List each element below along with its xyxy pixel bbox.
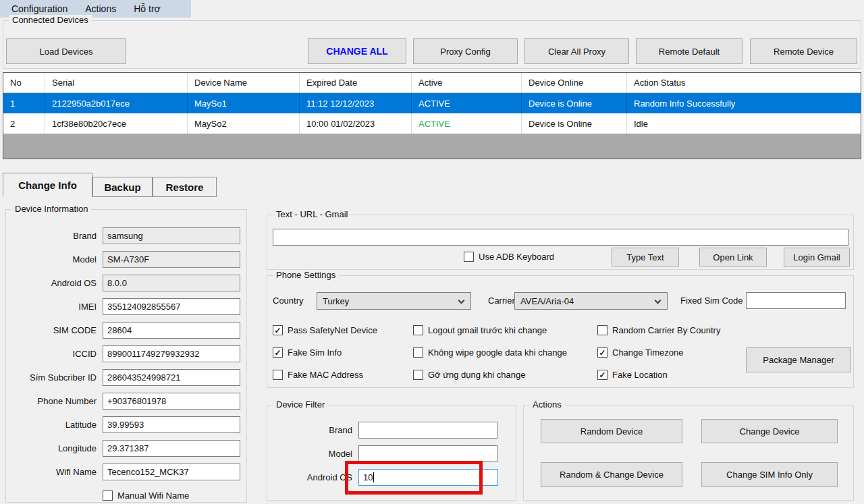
input-phone-number[interactable]: +90376801978	[103, 393, 240, 410]
open-link-button[interactable]: Open Link	[699, 248, 767, 267]
device-filter-group: Device Filter Brand Model Android OS 10	[267, 405, 516, 501]
input-latitude[interactable]: 39.99593	[103, 416, 240, 433]
value-android-os: 8.0.0	[107, 278, 127, 288]
random-and-change-device-button[interactable]: Random & Change Device	[541, 462, 682, 487]
input-wifi-name[interactable]: Tecenco152_MCK37	[103, 464, 240, 480]
checkbox-label: Không wipe google data khi change	[428, 347, 567, 358]
text-url-gmail-input[interactable]	[273, 229, 848, 246]
value-wifi-name: Tecenco152_MCK37	[107, 467, 189, 477]
proxy-config-button[interactable]: Proxy Config	[413, 38, 518, 64]
cell-active: ACTIVE	[412, 113, 522, 134]
input-sim-subcriber-id[interactable]: 286043524998721	[103, 369, 240, 386]
tab-change-info[interactable]: Change Info	[3, 173, 92, 197]
label-wifi-name: Wifi Name	[6, 467, 97, 477]
value-model: SM-A730F	[107, 254, 149, 264]
column-header-serial[interactable]: Serial	[45, 73, 188, 93]
checkbox-label: Logout gmail trước khi change	[428, 325, 547, 335]
checkbox-random-carrier-by-country[interactable]: Random Carrier By Country	[597, 325, 720, 336]
value-longitude: 29.371387	[107, 443, 148, 453]
devices-table: No Serial Device Name Expired Date Activ…	[3, 72, 861, 159]
connected-devices-title: Connected Devices	[9, 15, 92, 25]
input-iccid[interactable]: 8990011749279932932	[103, 345, 240, 362]
column-header-device-online[interactable]: Device Online	[522, 73, 627, 93]
checkbox-box	[273, 325, 283, 335]
cell-expired-date: 10:00 01/02/2023	[300, 113, 412, 134]
country-value: Turkey	[323, 296, 349, 306]
label-filter-android-os: Android OS	[267, 472, 352, 482]
column-header-no[interactable]: No	[3, 73, 45, 93]
label-sim-code: SIM CODE	[6, 325, 97, 335]
change-device-button[interactable]: Change Device	[701, 419, 838, 443]
cell-device-online: Device is Online	[522, 113, 627, 134]
filter-brand-input[interactable]	[358, 422, 497, 439]
column-header-action-status[interactable]: Action Status	[627, 73, 861, 93]
connected-devices-group: Connected Devices Load Devices CHANGE AL…	[3, 20, 861, 69]
menu-ho-tro[interactable]: Hỗ trợ	[125, 1, 169, 16]
checkbox-fake-sim-info[interactable]: Fake Sim Info	[273, 347, 342, 358]
label-fixed-sim-code: Fixed Sim Code	[680, 292, 742, 310]
checkbox-label: Gỡ ứng dụng khi change	[428, 370, 525, 380]
checkbox-khong-wipe-google-data[interactable]: Không wipe google data khi change	[413, 347, 567, 358]
checkbox-label: Random Carrier By Country	[612, 325, 720, 335]
input-longitude[interactable]: 29.371387	[103, 440, 240, 457]
value-latitude: 39.99593	[107, 420, 144, 430]
checkbox-fake-mac-address[interactable]: Fake MAC Address	[273, 369, 363, 381]
load-devices-button[interactable]: Load Devices	[6, 38, 126, 64]
value-iccid: 8990011749279932932	[107, 349, 199, 359]
menu-actions[interactable]: Actions	[76, 1, 125, 16]
table-header-row: No Serial Device Name Expired Date Activ…	[3, 73, 861, 93]
chevron-down-icon	[655, 298, 662, 304]
cell-device-online: Device is Online	[522, 93, 627, 113]
remote-default-button[interactable]: Remote Default	[636, 38, 742, 64]
menu-configuration[interactable]: Configuration	[3, 1, 76, 16]
table-row[interactable]: 1 2122950a2b017ece MaySo1 11:12 12/12/20…	[3, 93, 861, 113]
table-row[interactable]: 2 1cf38e80b20c7ece MaySo2 10:00 01/02/20…	[3, 113, 861, 134]
checkbox-box	[597, 370, 608, 380]
checkbox-box	[273, 370, 283, 380]
checkbox-box	[413, 370, 423, 380]
checkbox-change-timezone[interactable]: Change Timezone	[597, 347, 684, 358]
checkbox-manual-wifi-name[interactable]: Manual Wifi Name	[103, 490, 189, 501]
checkbox-fake-location[interactable]: Fake Location	[597, 369, 668, 381]
checkbox-pass-safetynet-device[interactable]: Pass SafetyNet Device	[273, 325, 377, 336]
checkbox-label: Use ADB Keyboard	[479, 252, 554, 262]
cell-action-status: Random Info Successfully	[627, 93, 861, 113]
input-model[interactable]: SM-A730F	[103, 251, 240, 268]
checkbox-label: Pass SafetyNet Device	[288, 325, 377, 335]
clear-all-proxy-button[interactable]: Clear All Proxy	[524, 38, 629, 64]
login-gmail-button[interactable]: Login Gmail	[784, 248, 850, 267]
input-android-os[interactable]: 8.0.0	[103, 275, 240, 291]
cell-expired-date: 11:12 12/12/2023	[300, 93, 412, 113]
change-sim-info-only-button[interactable]: Change SIM Info Only	[701, 462, 838, 487]
label-filter-brand: Brand	[267, 425, 352, 435]
package-manager-button[interactable]: Package Manager	[746, 347, 851, 372]
label-android-os: Android OS	[6, 278, 97, 288]
tab-restore[interactable]: Restore	[153, 177, 217, 197]
checkbox-go-ung-dung-khi-change[interactable]: Gỡ ứng dụng khi change	[413, 369, 525, 381]
type-text-button[interactable]: Type Text	[612, 248, 679, 267]
checkbox-box	[597, 325, 608, 335]
device-filter-title: Device Filter	[273, 399, 328, 410]
checkbox-logout-gmail-truoc-khi-change[interactable]: Logout gmail trước khi change	[413, 325, 547, 336]
tab-backup[interactable]: Backup	[92, 177, 153, 197]
column-header-device-name[interactable]: Device Name	[188, 73, 300, 93]
phone-settings-title: Phone Settings	[273, 270, 339, 280]
filter-model-input[interactable]	[358, 445, 497, 462]
label-phone-number: Phone Number	[6, 396, 97, 406]
fixed-sim-code-input[interactable]	[746, 292, 846, 309]
input-sim-code[interactable]: 28604	[103, 322, 240, 339]
label-sim-subcriber-id: Sím Subcriber ID	[6, 372, 97, 383]
country-dropdown[interactable]: Turkey	[317, 292, 471, 310]
checkbox-box	[597, 347, 608, 358]
filter-android-os-input[interactable]: 10	[358, 469, 498, 486]
column-header-expired-date[interactable]: Expired Date	[300, 73, 412, 93]
change-all-button[interactable]: CHANGE ALL	[308, 38, 406, 64]
random-device-button[interactable]: Random Device	[541, 419, 682, 443]
input-brand[interactable]: samsung	[103, 227, 240, 244]
value-sim-code: 28604	[107, 325, 132, 335]
column-header-active[interactable]: Active	[412, 73, 522, 93]
remote-device-button[interactable]: Remote Device	[750, 38, 857, 64]
input-imei[interactable]: 355124092855567	[103, 298, 240, 315]
carrier-dropdown[interactable]: AVEA/Aria-04	[514, 292, 668, 310]
checkbox-use-adb-keyboard[interactable]: Use ADB Keyboard	[464, 251, 554, 262]
